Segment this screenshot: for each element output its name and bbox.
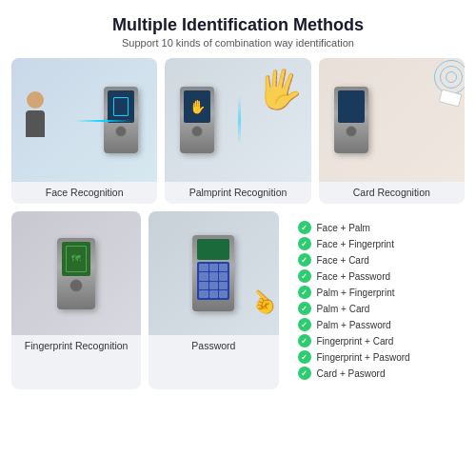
combo-item-label: Card + Pasword (317, 368, 386, 379)
combo-check-icon (298, 318, 311, 331)
combo-item: Face + Card (298, 253, 454, 267)
fp-scene: 🗺 (11, 211, 141, 335)
combo-item: Palm + Fingerprint (298, 286, 454, 299)
combo-check-icon (298, 269, 311, 283)
fingerprint-recognition-card: 🗺 Fingerprint Recognition (11, 211, 141, 389)
scan-line (75, 120, 132, 122)
person-body (26, 110, 45, 137)
key-hash (219, 290, 228, 298)
combo-check-icon (298, 286, 311, 299)
key-3 (219, 264, 228, 271)
combo-check-icon (298, 350, 311, 364)
face-screen (108, 90, 134, 123)
card-label: Card Recognition (349, 182, 434, 204)
palm-screen (184, 90, 210, 123)
combo-item-label: Face + Fingerprint (317, 239, 394, 249)
card-scene (319, 58, 465, 182)
password-device (192, 235, 234, 311)
face-recognition-image (11, 58, 157, 182)
key-star (199, 290, 208, 298)
key-2 (209, 264, 218, 271)
page-title: Multiple Identification Methods (112, 15, 364, 35)
combo-item: Fingerprint + Card (298, 334, 454, 347)
combo-item-label: Palm + Card (317, 304, 370, 314)
pw-scene: ☝ (149, 211, 278, 335)
palm-device (180, 87, 214, 153)
combo-item-label: Fingerprint + Pasword (317, 352, 410, 363)
key-0 (209, 290, 218, 298)
hand-icon: 🖐 (252, 64, 307, 116)
fp-sensor (115, 126, 127, 137)
main-container: Multiple Identification Methods Support … (0, 0, 476, 476)
rfid-wave-3 (434, 60, 465, 94)
key-5 (209, 272, 218, 280)
combo-item: Fingerprint + Pasword (298, 350, 454, 364)
palmprint-recognition-card: 🖐 Palmprint Recognition (165, 58, 310, 204)
key-6 (219, 272, 228, 280)
card-recognition-card: Card Recognition (319, 58, 465, 204)
person-head (27, 91, 44, 109)
card-fp-sensor (346, 126, 357, 137)
key-9 (219, 282, 228, 289)
face-scene (11, 58, 157, 182)
key-1 (199, 264, 208, 271)
bottom-row: 🗺 Fingerprint Recognition (11, 211, 465, 389)
palmprint-label: Palmprint Recognition (186, 182, 291, 204)
face-recognition-card: Face Recognition (11, 58, 157, 204)
combo-item: Face + Password (298, 269, 454, 283)
combo-item: Face + Palm (298, 221, 454, 234)
card-recognition-image (319, 58, 465, 182)
password-card: ☝ Password (149, 211, 278, 389)
combo-item: Card + Pasword (298, 367, 454, 380)
scan-beam (238, 96, 241, 144)
combo-item-label: Palm + Password (317, 320, 391, 330)
top-row: Face Recognition 🖐 Palmprint Recognition (11, 58, 465, 204)
combo-check-icon (298, 367, 311, 380)
combo-item: Face + Fingerprint (298, 237, 454, 250)
keypad (197, 262, 229, 300)
combo-check-icon (298, 253, 311, 267)
combo-item-label: Face + Palm (317, 223, 370, 233)
combo-item-label: Fingerprint + Card (317, 336, 394, 347)
fingerprint-device: 🗺 (57, 238, 95, 309)
combo-item: Palm + Password (298, 318, 454, 331)
password-image: ☝ (149, 211, 278, 335)
key-7 (199, 282, 208, 289)
fp-device-screen: 🗺 (62, 242, 90, 276)
combo-check-icon (298, 302, 311, 315)
combo-check-icon (298, 237, 311, 250)
password-label: Password (188, 335, 239, 357)
combo-list-card: Face + PalmFace + FingerprintFace + Card… (287, 211, 466, 389)
palm-scene: 🖐 (165, 58, 310, 182)
combo-item-label: Face + Password (317, 271, 391, 282)
card-device (334, 87, 368, 153)
combo-check-icon (298, 334, 311, 347)
pw-screen (197, 239, 229, 260)
person-silhouette (21, 91, 50, 149)
fp-sensor-bottom (69, 279, 83, 292)
combo-item-label: Palm + Fingerprint (317, 288, 395, 298)
combo-check-icon (298, 221, 311, 234)
fingerprint-label: Fingerprint Recognition (21, 335, 132, 357)
fingerprint-recognition-image: 🗺 (11, 211, 141, 335)
palmprint-recognition-image: 🖐 (165, 58, 310, 182)
finger-pointing-icon: ☝ (243, 283, 279, 322)
card-screen (338, 90, 365, 123)
key-8 (209, 282, 218, 289)
face-label: Face Recognition (42, 182, 128, 204)
combo-item-label: Face + Card (317, 255, 369, 266)
combo-item: Palm + Card (298, 302, 454, 315)
header-section: Multiple Identification Methods Support … (112, 15, 364, 49)
page-subtitle: Support 10 kinds of combination way iden… (112, 37, 364, 49)
palm-fp-sensor (191, 126, 203, 137)
key-4 (199, 272, 208, 280)
